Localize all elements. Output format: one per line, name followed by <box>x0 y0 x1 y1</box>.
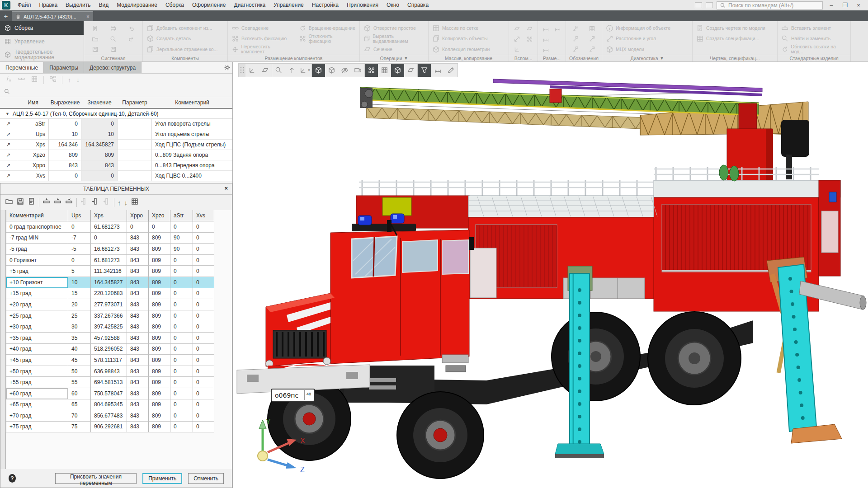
panel-settings-button[interactable] <box>222 62 232 73</box>
pencil-icon[interactable] <box>444 64 458 77</box>
table-cell[interactable]: 65 <box>68 399 91 411</box>
perspective-view-icon[interactable] <box>351 64 364 77</box>
ribbon-group-label[interactable]: Чертеж, спецификац... <box>693 55 777 61</box>
var-expression[interactable]: 164.346 <box>49 140 81 150</box>
ribbon-group-label[interactable]: Диагностика▼ <box>602 55 692 61</box>
table-cell[interactable]: 843 <box>127 310 149 322</box>
variable-row[interactable]: ↗Xpzo8098090...809 Задняя опора <box>0 150 232 160</box>
note-icon[interactable] <box>569 23 583 34</box>
close-icon[interactable]: × <box>224 185 228 192</box>
table-cell[interactable]: 0 <box>193 366 214 377</box>
table-cell[interactable]: 0 <box>193 410 214 422</box>
auxiliary-axis-icon[interactable] <box>512 34 523 44</box>
ribbon-button[interactable]: МЦХ модели <box>605 44 689 55</box>
table-row[interactable]: 0 град транспортное061.6812730000 <box>6 221 232 233</box>
ribbon-button[interactable]: Информация об объекте <box>605 23 689 33</box>
var-expression[interactable]: 0 <box>49 171 81 181</box>
table-row[interactable]: +45 град45578.11131784380900 <box>6 355 232 366</box>
datum-icon[interactable] <box>569 34 583 44</box>
open-icon[interactable] <box>87 34 103 44</box>
orientation-icon[interactable] <box>285 64 298 77</box>
table-cell[interactable]: 277.973071 <box>91 299 127 310</box>
table-cell[interactable]: 0 <box>193 388 214 399</box>
ribbon-button[interactable]: Коллекция геометрии <box>431 44 506 55</box>
delete-row-icon[interactable] <box>65 197 73 207</box>
open-icon[interactable] <box>5 197 13 207</box>
table-cell[interactable]: 0 <box>193 288 214 300</box>
table-row[interactable]: +30 град30397.42582584380900 <box>6 321 232 333</box>
var-name[interactable]: Xps <box>17 140 49 150</box>
table-cell[interactable]: 70 <box>68 410 91 422</box>
ribbon-button[interactable]: Найти и заменить <box>780 33 848 44</box>
var-comment[interactable]: 0...809 Задняя опора <box>152 150 232 160</box>
table-cell[interactable]: 809 <box>149 277 170 288</box>
table-cell[interactable]: 843 <box>127 366 149 377</box>
table-cell[interactable]: 0 <box>193 377 214 388</box>
tab-close-icon[interactable]: × <box>86 14 90 20</box>
variable-row[interactable]: ↗Xppo8438430...843 Передняя опора <box>0 160 232 171</box>
table-cell[interactable]: 809 <box>149 366 170 377</box>
ribbon-button[interactable]: Совпадение <box>231 23 294 33</box>
help-icon[interactable]: ? <box>9 474 16 483</box>
menu-Управление[interactable]: Управление <box>269 0 308 10</box>
table-cell[interactable]: 0 <box>170 333 193 344</box>
table-cell[interactable]: 694.581513 <box>91 377 127 388</box>
table-cell[interactable]: 0 <box>193 221 214 233</box>
ribbon-button[interactable]: Создать деталь <box>146 33 225 44</box>
leader-icon[interactable] <box>585 44 599 55</box>
table-cell[interactable]: 0 <box>193 344 214 355</box>
menu-Приложения[interactable]: Приложения <box>343 0 382 10</box>
table-cell[interactable]: 0 <box>193 321 214 333</box>
table-cell[interactable]: 0 <box>170 410 193 422</box>
menu-Файл[interactable]: Файл <box>14 0 35 10</box>
table-row[interactable]: 0 Горизонт061.68127384380900 <box>6 255 232 266</box>
new-document-icon[interactable] <box>87 23 103 34</box>
table-cell[interactable]: 0 <box>170 422 193 433</box>
ribbon-button[interactable]: Вставить элемент <box>780 23 848 33</box>
table-row[interactable]: +65 град65804.69534584380900 <box>6 399 232 411</box>
mode-solid-modeling-icon[interactable]: Твердотельное моделирование <box>0 48 84 61</box>
table-cell[interactable]: 0 <box>170 310 193 322</box>
ribbon-button[interactable]: Создать спецификаци... <box>695 33 774 44</box>
menu-Моделирование[interactable]: Моделирование <box>113 0 161 10</box>
save-icon[interactable] <box>16 197 24 207</box>
table-cell[interactable]: 856.677483 <box>91 410 127 422</box>
column-header[interactable]: Xps <box>91 210 127 221</box>
column-header[interactable]: aStr <box>170 210 193 221</box>
table-cell[interactable]: 843 <box>127 410 149 422</box>
table-cell[interactable]: -5 град <box>6 244 68 255</box>
move-down-icon[interactable]: ↓ <box>124 199 128 206</box>
sketch-grid-icon[interactable] <box>378 64 391 77</box>
table-cell[interactable]: 61.681273 <box>91 255 127 266</box>
table-cell[interactable]: 61.681273 <box>91 221 127 233</box>
wireframe-view-icon[interactable] <box>325 64 338 77</box>
variable-row[interactable]: ↗aStr00Угол поворота стрелы <box>0 119 232 129</box>
table-cell[interactable]: 0 <box>127 221 149 233</box>
table-cell[interactable]: 804.695345 <box>91 399 127 411</box>
grip-handle[interactable] <box>239 64 245 77</box>
table-row[interactable]: +50 град50636.9884384380900 <box>6 366 232 377</box>
table-cell[interactable]: 50 <box>68 366 91 377</box>
delete-column-icon[interactable] <box>103 197 111 207</box>
table-cell[interactable]: 111.342116 <box>91 266 127 277</box>
var-comment[interactable]: Угол поворота стрелы <box>152 119 232 129</box>
table-cell[interactable]: 0 <box>170 366 193 377</box>
table-row[interactable]: +75 град75906.29268184380900 <box>6 422 232 433</box>
save-as-icon[interactable] <box>105 44 121 55</box>
command-search-input[interactable]: Поиск по командам (Alt+/) <box>717 1 823 9</box>
menu-Сборка[interactable]: Сборка <box>161 0 188 10</box>
table-cell[interactable]: 809 <box>149 377 170 388</box>
table-cell[interactable]: 0 <box>170 399 193 411</box>
local-csys-icon[interactable] <box>512 44 523 55</box>
window-layout-icon[interactable] <box>695 2 702 8</box>
collapse-caret-icon[interactable]: ▼ <box>5 112 9 116</box>
variable-row[interactable]: ↗Xvs00Ход ГЦВС 0...2400 <box>0 171 232 181</box>
ribbon-button[interactable]: Создать чертеж по модели <box>695 23 774 33</box>
table-cell[interactable]: 0 <box>170 299 193 310</box>
surface-view-icon[interactable] <box>404 64 417 77</box>
roughness-icon[interactable] <box>569 44 583 55</box>
var-name[interactable]: Xvs <box>17 171 49 181</box>
coordinate-system-icon[interactable] <box>245 64 259 77</box>
table-cell[interactable]: 809 <box>149 399 170 411</box>
table-cell[interactable]: 843 <box>127 399 149 411</box>
